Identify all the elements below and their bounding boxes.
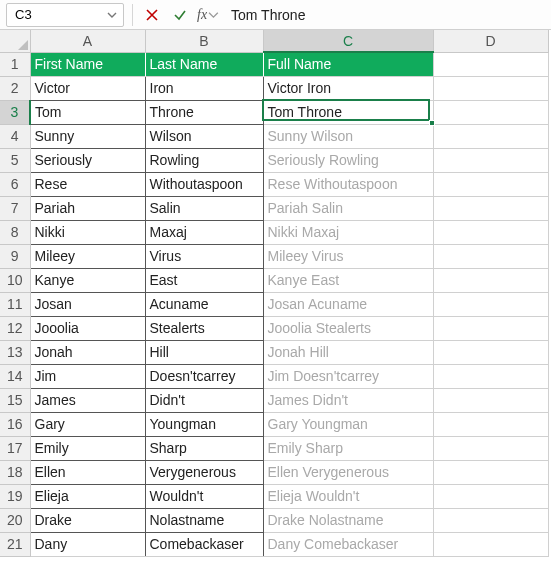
column-header-B[interactable]: B xyxy=(145,30,263,52)
cancel-button[interactable] xyxy=(141,4,163,26)
row-header-18[interactable]: 18 xyxy=(0,460,30,484)
cell-D14[interactable] xyxy=(433,364,548,388)
cell-B7[interactable]: Salin xyxy=(145,196,263,220)
row-header-21[interactable]: 21 xyxy=(0,532,30,556)
cell-D20[interactable] xyxy=(433,508,548,532)
cell-B14[interactable]: Doesn'tcarrey xyxy=(145,364,263,388)
cell-C20[interactable]: Drake Nolastname xyxy=(263,508,433,532)
row-header-5[interactable]: 5 xyxy=(0,148,30,172)
cell-C14[interactable]: Jim Doesn'tcarrey xyxy=(263,364,433,388)
row-header-13[interactable]: 13 xyxy=(0,340,30,364)
column-header-C[interactable]: C xyxy=(263,30,433,52)
cell-B8[interactable]: Maxaj xyxy=(145,220,263,244)
cell-A8[interactable]: Nikki xyxy=(30,220,145,244)
cell-C3[interactable]: Tom Throne xyxy=(263,100,433,124)
cell-C13[interactable]: Jonah Hill xyxy=(263,340,433,364)
cell-C10[interactable]: Kanye East xyxy=(263,268,433,292)
cell-D17[interactable] xyxy=(433,436,548,460)
cell-B9[interactable]: Virus xyxy=(145,244,263,268)
cell-B21[interactable]: Comebackaser xyxy=(145,532,263,556)
cell-A7[interactable]: Pariah xyxy=(30,196,145,220)
cell-A19[interactable]: Elieja xyxy=(30,484,145,508)
fill-handle[interactable] xyxy=(429,120,435,126)
cell-D4[interactable] xyxy=(433,124,548,148)
cell-D5[interactable] xyxy=(433,148,548,172)
cell-A3[interactable]: Tom xyxy=(30,100,145,124)
cell-A5[interactable]: Seriously xyxy=(30,148,145,172)
row-header-4[interactable]: 4 xyxy=(0,124,30,148)
cell-A2[interactable]: Victor xyxy=(30,76,145,100)
cell-D18[interactable] xyxy=(433,460,548,484)
cell-B18[interactable]: Verygenerous xyxy=(145,460,263,484)
cell-D3[interactable] xyxy=(433,100,548,124)
cell-C5[interactable]: Seriously Rowling xyxy=(263,148,433,172)
cell-D7[interactable] xyxy=(433,196,548,220)
formula-input[interactable] xyxy=(225,3,545,27)
cell-B6[interactable]: Withoutaspoon xyxy=(145,172,263,196)
cell-C18[interactable]: Ellen Verygenerous xyxy=(263,460,433,484)
cell-D21[interactable] xyxy=(433,532,548,556)
cell-B12[interactable]: Stealerts xyxy=(145,316,263,340)
cell-C6[interactable]: Rese Withoutaspoon xyxy=(263,172,433,196)
row-header-3[interactable]: 3 xyxy=(0,100,30,124)
cell-C7[interactable]: Pariah Salin xyxy=(263,196,433,220)
cell-C19[interactable]: Elieja Wouldn't xyxy=(263,484,433,508)
cell-A11[interactable]: Josan xyxy=(30,292,145,316)
insert-function-button[interactable]: fx xyxy=(197,4,219,26)
cell-D13[interactable] xyxy=(433,340,548,364)
cell-B20[interactable]: Nolastname xyxy=(145,508,263,532)
cell-D15[interactable] xyxy=(433,388,548,412)
name-box[interactable]: C3 xyxy=(6,3,124,27)
cell-C8[interactable]: Nikki Maxaj xyxy=(263,220,433,244)
cell-A17[interactable]: Emily xyxy=(30,436,145,460)
cell-D12[interactable] xyxy=(433,316,548,340)
cell-B1[interactable]: Last Name xyxy=(145,52,263,76)
cell-C16[interactable]: Gary Youngman xyxy=(263,412,433,436)
cell-C1[interactable]: Full Name xyxy=(263,52,433,76)
cell-B16[interactable]: Youngman xyxy=(145,412,263,436)
enter-button[interactable] xyxy=(169,4,191,26)
cell-A16[interactable]: Gary xyxy=(30,412,145,436)
cell-C12[interactable]: Jooolia Stealerts xyxy=(263,316,433,340)
cell-D11[interactable] xyxy=(433,292,548,316)
row-header-12[interactable]: 12 xyxy=(0,316,30,340)
cell-B4[interactable]: Wilson xyxy=(145,124,263,148)
cell-A20[interactable]: Drake xyxy=(30,508,145,532)
spreadsheet-grid[interactable]: A B C D 1 First Name Last Name Full Name… xyxy=(0,30,551,568)
cell-C9[interactable]: Mileey Virus xyxy=(263,244,433,268)
row-header-11[interactable]: 11 xyxy=(0,292,30,316)
cell-C4[interactable]: Sunny Wilson xyxy=(263,124,433,148)
row-header-2[interactable]: 2 xyxy=(0,76,30,100)
row-header-15[interactable]: 15 xyxy=(0,388,30,412)
cell-D19[interactable] xyxy=(433,484,548,508)
row-header-20[interactable]: 20 xyxy=(0,508,30,532)
cell-D8[interactable] xyxy=(433,220,548,244)
cell-D9[interactable] xyxy=(433,244,548,268)
cell-D6[interactable] xyxy=(433,172,548,196)
cell-B3[interactable]: Throne xyxy=(145,100,263,124)
row-header-10[interactable]: 10 xyxy=(0,268,30,292)
cell-A13[interactable]: Jonah xyxy=(30,340,145,364)
cell-B11[interactable]: Acuname xyxy=(145,292,263,316)
select-all-corner[interactable] xyxy=(0,30,30,52)
cell-C17[interactable]: Emily Sharp xyxy=(263,436,433,460)
cell-B13[interactable]: Hill xyxy=(145,340,263,364)
column-header-A[interactable]: A xyxy=(30,30,145,52)
cell-D16[interactable] xyxy=(433,412,548,436)
cell-A9[interactable]: Mileey xyxy=(30,244,145,268)
cell-D1[interactable] xyxy=(433,52,548,76)
row-header-9[interactable]: 9 xyxy=(0,244,30,268)
row-header-8[interactable]: 8 xyxy=(0,220,30,244)
cell-B2[interactable]: Iron xyxy=(145,76,263,100)
row-header-14[interactable]: 14 xyxy=(0,364,30,388)
column-header-D[interactable]: D xyxy=(433,30,548,52)
cell-D10[interactable] xyxy=(433,268,548,292)
row-header-1[interactable]: 1 xyxy=(0,52,30,76)
cell-A1[interactable]: First Name xyxy=(30,52,145,76)
row-header-7[interactable]: 7 xyxy=(0,196,30,220)
cell-A15[interactable]: James xyxy=(30,388,145,412)
cell-C21[interactable]: Dany Comebackaser xyxy=(263,532,433,556)
cell-A4[interactable]: Sunny xyxy=(30,124,145,148)
cell-B5[interactable]: Rowling xyxy=(145,148,263,172)
cell-A6[interactable]: Rese xyxy=(30,172,145,196)
